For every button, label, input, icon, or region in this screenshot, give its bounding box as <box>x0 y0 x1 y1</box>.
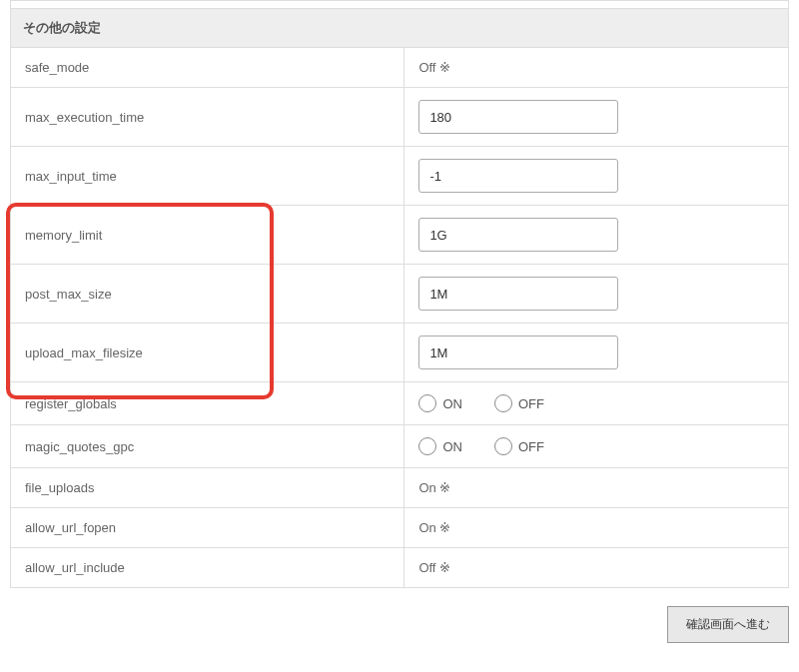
section-header-row: その他の設定 <box>11 9 789 48</box>
magic-quotes-gpc-off[interactable]: OFF <box>494 437 544 455</box>
setting-label: safe_mode <box>11 48 404 88</box>
setting-value-static: On ※ <box>404 508 789 548</box>
setting-label: allow_url_include <box>11 548 404 588</box>
table-row: memory_limit <box>11 206 789 265</box>
max-execution-time-input[interactable] <box>418 100 618 134</box>
table-row: magic_quotes_gpc ON OFF <box>11 425 789 468</box>
radio-off-label: OFF <box>518 439 544 454</box>
setting-label: upload_max_filesize <box>11 324 404 382</box>
setting-value-static: On ※ <box>404 468 789 508</box>
setting-label: file_uploads <box>11 468 404 508</box>
table-row: allow_url_fopen On ※ <box>11 508 789 548</box>
table-row: safe_mode Off ※ <box>11 48 789 88</box>
settings-table: その他の設定 safe_mode Off ※ max_execution_tim… <box>10 8 789 588</box>
table-row: max_execution_time <box>11 88 789 147</box>
setting-label: register_globals <box>11 382 404 425</box>
table-row: register_globals ON OFF <box>11 382 789 425</box>
table-row: allow_url_include Off ※ <box>11 548 789 588</box>
register-globals-on[interactable]: ON <box>418 394 462 412</box>
radio-off-label: OFF <box>518 396 544 411</box>
register-globals-radio-group: ON OFF <box>418 394 774 412</box>
radio-icon <box>494 394 512 412</box>
setting-value-static: Off ※ <box>404 48 789 88</box>
upload-max-filesize-input[interactable] <box>418 336 618 369</box>
radio-icon <box>418 394 436 412</box>
setting-label: memory_limit <box>11 206 404 265</box>
setting-label: allow_url_fopen <box>11 508 404 548</box>
radio-on-label: ON <box>442 396 462 411</box>
setting-label: max_execution_time <box>11 88 404 147</box>
max-input-time-input[interactable] <box>418 159 618 193</box>
table-row: upload_max_filesize <box>11 324 789 382</box>
radio-icon <box>418 437 436 455</box>
table-row: file_uploads On ※ <box>11 468 789 508</box>
setting-label: magic_quotes_gpc <box>11 425 404 468</box>
magic-quotes-gpc-on[interactable]: ON <box>418 437 462 455</box>
radio-on-label: ON <box>442 439 462 454</box>
table-row: max_input_time <box>11 147 789 206</box>
section-title: その他の設定 <box>11 9 789 48</box>
post-max-size-input[interactable] <box>418 277 618 311</box>
setting-value-static: Off ※ <box>404 548 789 588</box>
magic-quotes-gpc-radio-group: ON OFF <box>418 437 774 455</box>
radio-icon <box>494 437 512 455</box>
footer: 確認画面へ進む <box>10 606 789 643</box>
setting-label: max_input_time <box>11 147 404 206</box>
setting-label: post_max_size <box>11 265 404 324</box>
table-row: post_max_size <box>11 265 789 324</box>
memory-limit-input[interactable] <box>418 218 618 252</box>
register-globals-off[interactable]: OFF <box>494 394 544 412</box>
confirm-button[interactable]: 確認画面へ進む <box>667 606 789 643</box>
